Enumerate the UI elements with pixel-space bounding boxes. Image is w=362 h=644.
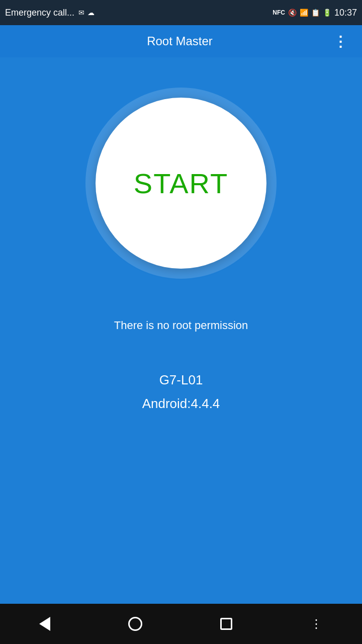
cloud-icon: ☁: [87, 9, 95, 17]
battery-icon: 🔋: [323, 9, 331, 17]
nav-bar: ⋮: [0, 604, 362, 644]
back-icon: [39, 617, 50, 631]
home-icon: [128, 617, 142, 631]
nav-overflow-icon: ⋮: [310, 617, 323, 631]
start-button-outer[interactable]: START: [85, 88, 277, 279]
status-icons: ✉ ☁: [78, 9, 95, 17]
nav-overflow-button[interactable]: ⋮: [300, 612, 333, 636]
android-version: Android:4.4.4: [142, 396, 220, 412]
device-model: G7-L01: [159, 372, 203, 388]
home-button[interactable]: [118, 612, 152, 636]
device-info: G7-L01 Android:4.4.4: [142, 372, 220, 412]
main-content: START There is no root permission G7-L01…: [0, 57, 362, 604]
recents-icon: [220, 618, 232, 630]
back-button[interactable]: [29, 612, 60, 636]
emergency-call-text: Emergency call...: [5, 8, 74, 18]
start-button-label[interactable]: START: [134, 167, 228, 200]
app-bar: Root Master ⋮: [0, 25, 362, 57]
mute-icon: 🔇: [288, 9, 297, 17]
gmail-icon: ✉: [78, 9, 84, 17]
overflow-menu-button[interactable]: ⋮: [329, 29, 352, 54]
nfc-icon: NFC: [273, 9, 285, 16]
status-time: 10:37: [334, 8, 357, 18]
sim-icon: 📋: [311, 9, 320, 17]
app-title: Root Master: [30, 34, 329, 48]
status-right-icons: NFC 🔇 📶 📋 🔋 10:37: [273, 8, 357, 18]
status-message: There is no root permission: [114, 319, 248, 332]
wifi-icon: 📶: [300, 9, 308, 17]
recents-button[interactable]: [210, 613, 242, 635]
status-bar-left: Emergency call... ✉ ☁: [5, 8, 95, 18]
start-button-inner[interactable]: START: [96, 98, 266, 269]
status-bar: Emergency call... ✉ ☁ NFC 🔇 📶 📋 🔋 10:37: [0, 0, 362, 25]
